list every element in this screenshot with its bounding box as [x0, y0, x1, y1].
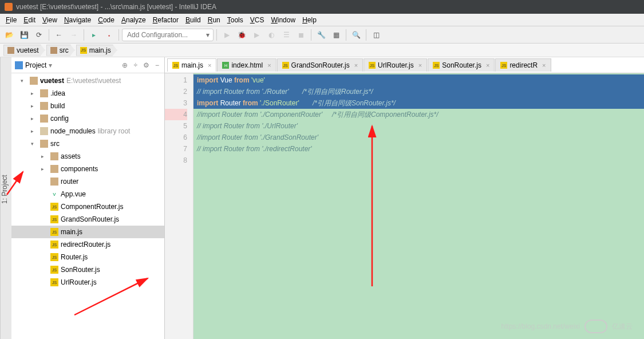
project-tool-tab[interactable]: 1: Project [0, 57, 11, 339]
close-tab-icon[interactable]: × [418, 62, 422, 69]
vue-icon: V [50, 190, 58, 198]
debug-icon[interactable]: 🐞 [235, 28, 248, 42]
editor-tabs: JSmain.js×Hindex.html×JSGrandSonRouter.j… [165, 57, 644, 73]
editor-tab-SonRouter.js[interactable]: JSSonRouter.js× [428, 58, 495, 72]
scroll-from-source-icon[interactable]: ⊕ [120, 61, 129, 69]
breadcrumb-item[interactable]: JSmain.js [76, 45, 117, 56]
project-tree[interactable]: ▾vuetest E:\vuetest\vuetest▸.idea▸build▸… [11, 73, 164, 339]
tree-node-src[interactable]: ▾src [11, 137, 164, 150]
js-icon: JS [282, 62, 289, 69]
breadcrumb-item[interactable]: vuetest [3, 45, 45, 56]
close-tab-icon[interactable]: × [354, 62, 358, 69]
close-tab-icon[interactable]: × [486, 62, 489, 69]
toolbar-sep [118, 29, 119, 41]
tree-node-Router-js[interactable]: JSRouter.js [11, 251, 164, 263]
line-number: 2 [165, 86, 187, 97]
stop-run-icon[interactable]: ◼ [294, 28, 308, 42]
close-tab-icon[interactable]: × [542, 62, 546, 69]
dropdown-icon[interactable]: ▾ [49, 61, 52, 69]
forward-icon[interactable]: → [67, 28, 81, 42]
menu-build[interactable]: Build [182, 15, 204, 25]
menu-code[interactable]: Code [94, 15, 118, 25]
stop-icon[interactable]: ⬩ [102, 28, 116, 42]
menu-bar: FileEditViewNavigateCodeAnalyzeRefactorB… [0, 14, 644, 26]
tree-node-UrlRouter-js[interactable]: JSUrlRouter.js [11, 276, 164, 289]
js-icon: JS [500, 62, 507, 69]
refresh-icon[interactable]: ⟳ [32, 28, 46, 42]
editor-area: JSmain.js×Hindex.html×JSGrandSonRouter.j… [165, 57, 644, 339]
code-line[interactable]: // import Router from './UrlRouter' [193, 120, 644, 132]
save-all-icon[interactable]: 💾 [17, 28, 31, 42]
close-tab-icon[interactable]: × [208, 62, 211, 69]
search-icon[interactable]: 🔍 [349, 28, 363, 42]
cloud-icon [584, 320, 607, 333]
tree-node-assets[interactable]: ▸assets [11, 150, 164, 163]
tree-node-redirectRouter-js[interactable]: JSredirectRouter.js [11, 238, 164, 251]
concurrency-icon[interactable]: ☰ [279, 28, 293, 42]
tree-node-router[interactable]: router [11, 175, 164, 188]
folder-icon [40, 140, 48, 148]
run-icon[interactable]: ▶ [220, 28, 234, 42]
breadcrumb-bar: vuetestsrcJSmain.js [0, 44, 644, 57]
menu-tools[interactable]: Tools [224, 15, 247, 25]
tree-node-config[interactable]: ▸config [11, 112, 164, 125]
code-line[interactable]: //import Router from './GrandSonRouter' [193, 132, 644, 143]
settings-icon[interactable]: 🔧 [314, 28, 328, 42]
tree-node-App-vue[interactable]: VApp.vue [11, 188, 164, 200]
editor-tab-GrandSonRouter.js[interactable]: JSGrandSonRouter.js× [277, 58, 364, 72]
close-tab-icon[interactable]: × [267, 62, 271, 69]
editor-tab-index.html[interactable]: Hindex.html× [217, 58, 276, 72]
editor-tab-redirectR[interactable]: JSredirectR× [495, 58, 551, 72]
menu-vcs[interactable]: VCS [247, 15, 268, 25]
menu-navigate[interactable]: Navigate [61, 15, 94, 25]
tree-node-build[interactable]: ▸build [11, 100, 164, 112]
tree-node-GrandSonRouter-js[interactable]: JSGrandSonRouter.js [11, 213, 164, 226]
window-titlebar: vuetest [E:\vuetest\vuetest] - ...\src\m… [0, 0, 644, 14]
toolbar-sep [49, 29, 49, 41]
editor-tab-UrlRouter.js[interactable]: JSUrlRouter.js× [364, 58, 427, 72]
menu-view[interactable]: View [39, 15, 61, 25]
code-body[interactable]: import Vue from 'vue'// import Router fr… [193, 73, 644, 339]
tree-node-ComponentRouter-js[interactable]: JSComponentRouter.js [11, 200, 164, 213]
window-title: vuetest [E:\vuetest\vuetest] - ...\src\m… [16, 3, 216, 11]
js-icon: JS [80, 47, 87, 54]
js-icon: JS [50, 241, 58, 249]
profile-icon[interactable]: ◐ [264, 28, 278, 42]
menu-file[interactable]: File [2, 15, 20, 25]
build-icon[interactable]: ▸ [87, 28, 101, 42]
code-line[interactable]: //import Router from './ComponentRouter'… [193, 109, 644, 120]
code-line[interactable]: // import Router from './Router' /*引用自同级… [193, 86, 644, 97]
tree-root[interactable]: ▾vuetest E:\vuetest\vuetest [11, 74, 164, 87]
code-line[interactable]: // import Router from './redirectRouter' [193, 143, 644, 155]
line-number: 4 [165, 109, 187, 120]
breadcrumb-item[interactable]: src [46, 45, 75, 56]
menu-window[interactable]: Window [267, 15, 299, 25]
menu-analyze[interactable]: Analyze [118, 15, 149, 25]
structure-icon[interactable]: ◫ [369, 28, 383, 42]
menu-refactor[interactable]: Refactor [149, 15, 182, 25]
tree-node--idea[interactable]: ▸.idea [11, 87, 164, 100]
project-structure-icon[interactable]: ▦ [329, 28, 343, 42]
hide-icon[interactable]: − [153, 61, 161, 69]
coverage-icon[interactable]: ▶ [250, 28, 263, 42]
editor-tab-main.js[interactable]: JSmain.js× [167, 58, 216, 72]
tree-node-components[interactable]: ▸components [11, 163, 164, 175]
code-line[interactable]: import Router from './SonRouter' /*引用自同级… [193, 97, 644, 109]
collapse-icon[interactable]: ÷ [132, 61, 139, 69]
open-icon[interactable]: 📂 [2, 28, 16, 42]
gear-icon[interactable]: ⚙ [141, 61, 151, 69]
tree-node-main-js[interactable]: JSmain.js [11, 226, 164, 238]
code-editor[interactable]: 12345678 import Vue from 'vue'// import … [165, 73, 644, 339]
tree-node-SonRouter-js[interactable]: JSSonRouter.js [11, 263, 164, 276]
back-icon[interactable]: ← [52, 28, 66, 42]
menu-run[interactable]: Run [204, 15, 224, 25]
folder-icon [50, 165, 58, 173]
tree-node-node_modules[interactable]: ▸node_moduleslibrary root [11, 125, 164, 137]
menu-edit[interactable]: Edit [20, 15, 39, 25]
menu-help[interactable]: Help [299, 15, 320, 25]
code-line[interactable]: import Vue from 'vue' [193, 74, 644, 86]
run-config-dropdown[interactable]: Add Configuration... [122, 29, 214, 41]
intellij-icon [5, 3, 13, 11]
folder-icon [40, 102, 48, 110]
js-icon: JS [433, 62, 440, 69]
